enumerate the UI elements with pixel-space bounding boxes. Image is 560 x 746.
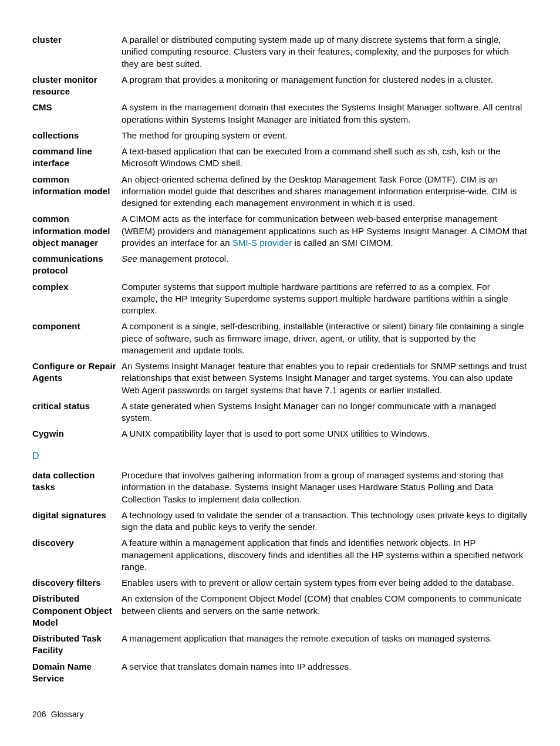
glossary-entry: Configure or Repair Agents An Systems In… — [32, 360, 528, 396]
glossary-entry: data collection tasks Procedure that inv… — [32, 470, 528, 505]
term: Domain Name Service — [32, 661, 122, 685]
glossary-entry: cluster A parallel or distributed comput… — [32, 34, 528, 70]
term: Distributed Task Facility — [32, 633, 122, 657]
definition: A service that translates domain names i… — [122, 661, 528, 673]
definition: A system in the management domain that e… — [122, 102, 528, 126]
page-number: 206 — [32, 710, 46, 719]
glossary-entry: CMS A system in the management domain th… — [32, 102, 528, 126]
glossary-section-d: data collection tasks Procedure that inv… — [32, 470, 528, 684]
definition: The method for grouping system or event. — [122, 130, 528, 141]
term: digital signatures — [32, 509, 122, 521]
glossary-entry: discovery A feature within a management … — [32, 537, 528, 573]
glossary-entry: complex Computer systems that support mu… — [32, 281, 528, 317]
definition: A state generated when Systems Insight M… — [122, 400, 528, 424]
definition: Enables users with to prevent or allow c… — [122, 577, 528, 589]
definition: A UNIX compatibility layer that is used … — [122, 428, 528, 440]
definition: An object-oriented schema defined by the… — [122, 174, 528, 210]
definition: Procedure that involves gathering inform… — [122, 470, 528, 505]
page-footer: 206Glossary — [32, 709, 84, 720]
definition: A CIMOM acts as the interface for commun… — [122, 213, 528, 249]
glossary-entry: communications protocol See management p… — [32, 253, 528, 277]
definition: An extension of the Component Object Mod… — [122, 593, 528, 617]
term: Cygwin — [32, 428, 122, 440]
definition: A feature within a management applicatio… — [122, 537, 528, 573]
term: component — [32, 320, 122, 332]
definition: A management application that manages th… — [122, 633, 528, 644]
term: Distributed Component Object Model — [32, 593, 122, 629]
term: discovery filters — [32, 577, 122, 589]
glossary-entry: Distributed Component Object Model An ex… — [32, 593, 528, 629]
glossary-entry: common information model An object-orien… — [32, 174, 528, 210]
glossary-entry: collections The method for grouping syst… — [32, 130, 528, 141]
glossary-entry: cluster monitor resource A program that … — [32, 74, 528, 98]
definition-text: is called an SMI CIMOM. — [292, 238, 393, 248]
term: communications protocol — [32, 253, 122, 277]
term: CMS — [32, 102, 122, 113]
term: data collection tasks — [32, 470, 122, 494]
page-title: Glossary — [51, 710, 84, 719]
definition: A program that provides a monitoring or … — [122, 74, 528, 86]
glossary-entry: discovery filters Enables users with to … — [32, 577, 528, 589]
glossary-section-c: cluster A parallel or distributed comput… — [32, 34, 528, 440]
definition: See management protocol. — [122, 253, 528, 265]
definition: An Systems Insight Manager feature that … — [122, 360, 528, 396]
glossary-entry: Cygwin A UNIX compatibility layer that i… — [32, 428, 528, 440]
definition-text: management protocol. — [137, 254, 229, 264]
glossary-entry: digital signatures A technology used to … — [32, 509, 528, 534]
definition: A technology used to validate the sender… — [122, 509, 528, 534]
term: discovery — [32, 537, 122, 549]
definition: Computer systems that support multiple h… — [122, 281, 528, 317]
see-reference: See — [122, 254, 137, 264]
definition: A text-based application that can be exe… — [122, 146, 528, 170]
term: Configure or Repair Agents — [32, 360, 122, 384]
definition: A component is a single, self-describing… — [122, 320, 528, 356]
glossary-entry: critical status A state generated when S… — [32, 400, 528, 424]
glossary-entry: common information model object manager … — [32, 213, 528, 249]
glossary-entry: Domain Name Service A service that trans… — [32, 661, 528, 685]
glossary-entry: Distributed Task Facility A management a… — [32, 633, 528, 657]
term: critical status — [32, 400, 122, 412]
term: common information model object manager — [32, 213, 122, 249]
term: command line interface — [32, 146, 122, 170]
term: cluster — [32, 34, 122, 46]
smi-s-provider-link[interactable]: SMI-S provider — [232, 238, 292, 248]
term: common information model — [32, 174, 122, 198]
glossary-entry: component A component is a single, self-… — [32, 320, 528, 356]
term: complex — [32, 281, 122, 293]
term: cluster monitor resource — [32, 74, 122, 98]
term: collections — [32, 130, 122, 141]
glossary-entry: command line interface A text-based appl… — [32, 146, 528, 170]
definition: A parallel or distributed computing syst… — [122, 34, 528, 70]
section-heading-d: D — [32, 450, 528, 463]
